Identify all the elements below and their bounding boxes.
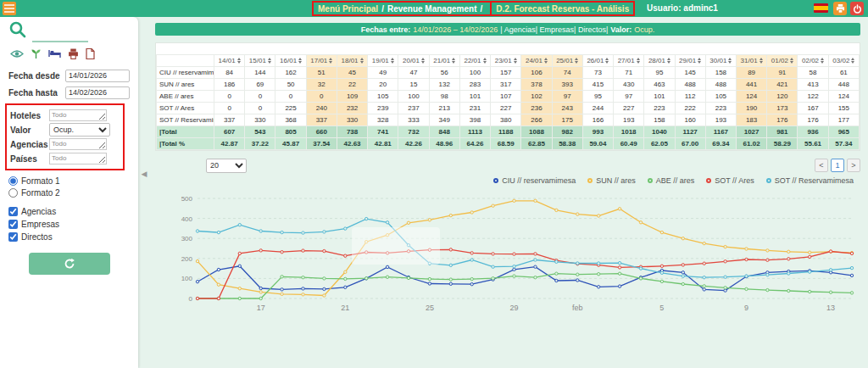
search-input[interactable] [32,30,88,42]
empresas-checkbox[interactable] [8,220,18,229]
fecha-desde-label: Fecha desde [8,71,60,81]
hamburger-menu-icon[interactable] [3,2,16,15]
plant-icon[interactable] [31,48,42,59]
sort-icon[interactable] [298,58,302,64]
sort-icon[interactable] [483,58,487,64]
sort-icon[interactable] [329,58,332,64]
column-header-18/01[interactable]: 18/01 [337,55,367,67]
page-size-select[interactable]: 20 [206,159,247,173]
column-header-22/01[interactable]: 22/01 [459,55,490,67]
sort-icon[interactable] [667,58,670,64]
sort-icon[interactable] [421,58,425,64]
data-point [449,248,452,251]
column-header-28/01[interactable]: 28/01 [644,55,675,67]
document-export-icon[interactable] [86,48,95,59]
table-cell: 132 [429,79,459,91]
sort-icon[interactable] [790,58,793,64]
column-header-23/01[interactable]: 23/01 [491,55,521,67]
breadcrumb-item-revenue-management[interactable]: Revenue Management [387,4,477,14]
search-icon[interactable] [8,20,27,42]
fecha-desde-input[interactable] [65,70,130,82]
column-header-19/01[interactable]: 19/01 [368,55,398,67]
column-header-30/01[interactable]: 30/01 [705,55,736,67]
table-cell: 222 [675,103,705,114]
formato-1-radio[interactable] [8,176,18,186]
table-cell: 158 [705,67,736,79]
eye-icon[interactable] [10,49,24,59]
sort-icon[interactable] [851,58,854,64]
table-cell: 488 [675,79,705,91]
column-header-16/01[interactable]: 16/01 [275,55,306,67]
breadcrumb-item-current[interactable]: D.2. Forecast Reservas - Análisis [496,4,629,14]
column-header-20/01[interactable]: 20/01 [398,55,429,67]
data-point [745,258,748,260]
directos-checkbox[interactable] [8,232,18,242]
sort-icon[interactable] [514,58,517,64]
data-point [829,250,832,253]
print-button[interactable] [833,2,847,15]
column-header-21/01[interactable]: 21/01 [429,55,459,67]
legend-item[interactable]: ABE // ares [648,176,695,185]
column-header-25/01[interactable]: 25/01 [552,55,582,67]
sort-icon[interactable] [728,58,732,64]
agencias-input[interactable]: Todo [49,138,107,150]
sort-icon[interactable] [268,58,271,64]
bed-icon[interactable] [48,49,61,59]
data-point [344,227,347,230]
data-point [217,231,220,233]
next-page-button[interactable]: > [847,159,860,172]
fecha-hasta-input[interactable] [65,86,130,99]
legend-item[interactable]: CIU // reservamimesa [493,176,576,185]
column-header-03/02[interactable]: 03/02 [828,55,859,67]
formato-2-row: Formato 2 [8,187,130,198]
data-point [618,208,620,210]
data-point [682,271,684,274]
table-cell: 1027 [736,126,766,138]
sort-icon[interactable] [575,58,578,64]
logout-power-button[interactable] [850,2,864,15]
sort-icon[interactable] [821,58,824,64]
column-header-24/01[interactable]: 24/01 [521,55,552,67]
sort-icon[interactable] [698,58,701,64]
data-point [470,283,473,286]
data-point [428,219,431,221]
legend-item[interactable]: SOT // Reservamimesa [766,176,854,185]
hoteles-input[interactable]: Todo [49,109,107,121]
prev-page-button[interactable]: < [815,159,828,172]
column-header-14/01[interactable]: 14/01 [214,55,245,67]
page-1-button[interactable]: 1 [831,159,844,172]
column-header-17/01[interactable]: 17/01 [306,55,337,67]
column-header-label: 31/01 [741,57,758,64]
sort-icon[interactable] [360,58,364,64]
valor-select[interactable]: Ocup. [49,123,110,137]
sort-icon[interactable] [452,58,455,64]
legend-item[interactable]: SUN // ares [587,176,636,185]
breadcrumb-item-menu-principal[interactable]: Menú Principal [318,4,378,14]
sort-icon[interactable] [605,58,609,64]
column-header-15/01[interactable]: 15/01 [245,55,275,67]
sort-icon[interactable] [637,58,640,64]
sort-icon[interactable] [391,58,394,64]
data-point [428,248,431,251]
column-header-29/01[interactable]: 29/01 [675,55,705,67]
sort-icon[interactable] [237,58,241,64]
legend-item[interactable]: SOT // Ares [706,176,754,185]
user-label: Usuario: adminc1 [647,3,718,13]
column-header-02/02[interactable]: 02/02 [798,55,828,67]
column-header-27/01[interactable]: 27/01 [614,55,644,67]
column-header-label: 15/01 [249,57,266,64]
agencias-checkbox[interactable] [8,207,18,216]
refresh-button[interactable] [29,253,110,275]
column-header-26/01[interactable]: 26/01 [582,55,613,67]
column-header-31/01[interactable]: 31/01 [736,55,766,67]
data-point [850,274,853,276]
sidebar-collapse-arrow[interactable]: ◀ [140,166,148,181]
column-header-01/02[interactable]: 01/02 [767,55,798,67]
paises-input[interactable]: Todo [49,153,107,164]
sort-icon[interactable] [544,58,548,64]
sort-icon[interactable] [760,58,763,64]
spanish-flag-icon[interactable] [814,3,828,13]
table-cell: 157 [491,67,521,79]
printer-icon[interactable] [68,48,79,59]
formato-2-radio[interactable] [8,188,18,198]
